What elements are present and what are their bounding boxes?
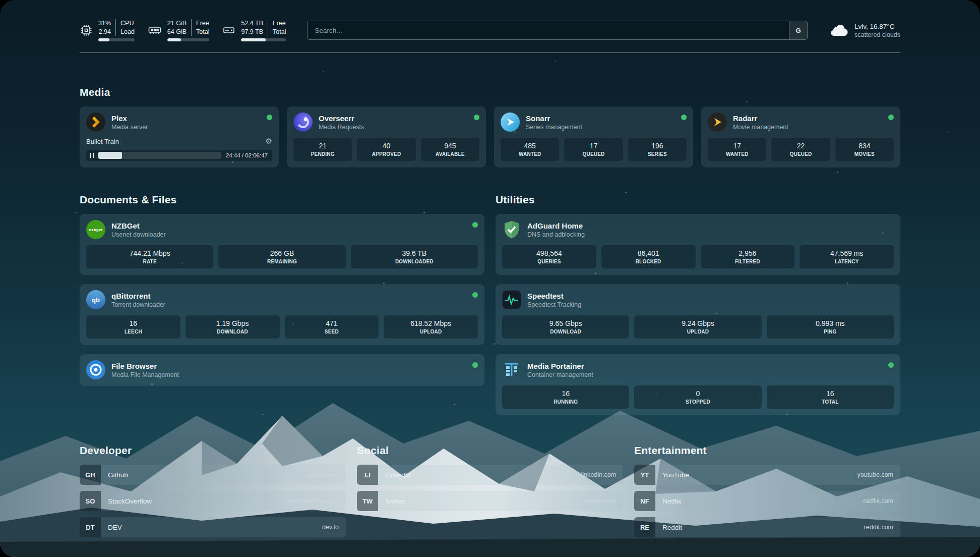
load-label: Load: [120, 28, 135, 36]
plex-card[interactable]: Plex Media server Bullet Train ⚙ 24:44 /…: [80, 106, 279, 168]
plex-subtitle: Media server: [111, 124, 148, 131]
cpu-widget: 31% 2.94 CPU Load: [80, 19, 135, 41]
disk-progress-bar: [241, 38, 286, 41]
youtube-abbr: YT: [634, 465, 655, 485]
dev-abbr: DT: [80, 517, 101, 537]
portainer-card[interactable]: Media Portainer Container management 16 …: [496, 354, 900, 415]
radarr-subtitle: Movie management: [733, 124, 788, 131]
documents-files-title: Documents & Files: [80, 194, 484, 206]
overseerr-card[interactable]: Overseerr Media Requests 21 PENDING 40 A…: [287, 106, 486, 168]
filebrowser-status-dot: [472, 362, 478, 368]
sonarr-title: Sonarr: [526, 114, 582, 123]
cpu-load-value: 2.94: [99, 28, 111, 36]
bookmark-dev[interactable]: DT DEV dev.to: [80, 517, 346, 537]
bookmark-netflix[interactable]: NF Netflix netflix.com: [634, 491, 900, 511]
search-bar: G: [307, 21, 808, 40]
stat-download: 9.65 Gbps DOWNLOAD: [502, 315, 629, 339]
gear-icon[interactable]: ⚙: [266, 137, 272, 146]
speedtest-subtitle: Speedtest Tracking: [527, 301, 581, 308]
memory-total-value: 64 GiB: [167, 28, 187, 36]
nzbget-status-dot: [472, 222, 478, 228]
stat-rate: 744.21 Mbps RATE: [86, 245, 213, 268]
weather-location: Lviv, 16.87°C: [854, 23, 900, 30]
section-media: Media Plex Media serve: [80, 86, 900, 168]
portainer-icon: [502, 360, 521, 379]
speedtest-card[interactable]: Speedtest Speedtest Tracking 9.65 Gbps D…: [496, 284, 900, 345]
filebrowser-card[interactable]: File Browser Media File Management: [80, 354, 484, 386]
developer-title: Developer: [80, 444, 346, 457]
stat-pending: 21 PENDING: [293, 138, 352, 161]
sonarr-card[interactable]: Sonarr Series management 485 WANTED 17 Q…: [494, 106, 693, 168]
disk-widget: 52.4 TB 97.9 TB Free Total: [222, 19, 286, 41]
stat-wanted: 17 WANTED: [708, 138, 766, 161]
stat-upload: 9.24 Gbps UPLOAD: [634, 315, 761, 339]
search-input[interactable]: [308, 21, 789, 39]
snow-particles: [0, 0, 2, 2]
section-developer: Developer GH Github github.com SO StackO…: [80, 444, 346, 537]
filebrowser-icon: [86, 360, 105, 379]
stat-running: 16 RUNNING: [502, 385, 629, 409]
weather-condition: scattered clouds: [854, 31, 900, 38]
speedtest-icon: [502, 290, 521, 309]
sonarr-icon: [501, 113, 520, 132]
cpu-usage-value: 31%: [98, 19, 111, 27]
plex-title: Plex: [111, 114, 148, 123]
bookmark-twitter[interactable]: TW Twitter twitter.com: [357, 491, 623, 511]
stat-wanted: 485 WANTED: [501, 138, 559, 161]
stat-filtered: 2,956 FILTERED: [701, 245, 795, 268]
utilities-title: Utilities: [496, 194, 900, 206]
bookmark-youtube[interactable]: YT YouTube youtube.com: [634, 465, 900, 485]
stat-upload: 618.52 Mbps UPLOAD: [384, 315, 478, 339]
memory-total-label: Total: [196, 28, 209, 36]
stat-queued: 22 QUEUED: [771, 138, 830, 161]
search-provider-button[interactable]: G: [789, 21, 807, 39]
plex-progress-track[interactable]: [98, 152, 221, 159]
plex-player-bar: 24:44 / 02:06:47: [86, 150, 272, 161]
bookmark-linkedin[interactable]: LI LinkedIn linkedin.com: [357, 465, 623, 485]
stat-downloaded: 39.6 TB DOWNLOADED: [351, 245, 478, 268]
qbittorrent-icon: qb: [86, 290, 105, 309]
speedtest-title: Speedtest: [527, 292, 581, 300]
dashboard-window: 31% 2.94 CPU Load: [0, 0, 980, 557]
stat-download: 1.19 Gbps DOWNLOAD: [186, 315, 280, 339]
memory-icon: [148, 24, 162, 37]
qbittorrent-title: qBittorrent: [111, 292, 165, 300]
nzbget-subtitle: Usenet downloader: [111, 231, 166, 238]
cpu-progress-bar: [98, 38, 135, 41]
cpu-label: CPU: [120, 19, 134, 27]
filebrowser-title: File Browser: [111, 362, 179, 370]
memory-progress-bar: [167, 38, 210, 41]
stat-latency: 47.569 ms LATENCY: [800, 245, 894, 268]
nzbget-card[interactable]: nzbget NZBGet Usenet downloader 744.21 M…: [80, 214, 484, 275]
nzbget-title: NZBGet: [111, 221, 166, 230]
radarr-card[interactable]: Radarr Movie management 17 WANTED 22 QUE…: [701, 106, 900, 168]
qbittorrent-card[interactable]: qb qBittorrent Torrent downloader 16: [80, 284, 484, 345]
bookmark-reddit[interactable]: RE Reddit reddit.com: [634, 517, 900, 537]
github-abbr: GH: [80, 465, 101, 485]
nzbget-icon: nzbget: [86, 220, 105, 239]
plex-playback-time: 24:44 / 02:06:47: [226, 152, 268, 158]
stat-ping: 0.993 ms PING: [767, 315, 894, 339]
bookmark-github[interactable]: GH Github github.com: [80, 465, 346, 485]
portainer-title: Media Portainer: [527, 362, 593, 370]
adguard-title: AdGuard Home: [527, 221, 585, 230]
linkedin-abbr: LI: [357, 465, 378, 485]
adguard-card[interactable]: AdGuard Home DNS and adblocking 498,564 …: [496, 214, 900, 275]
disk-free-label: Free: [273, 19, 286, 27]
social-title: Social: [357, 444, 623, 457]
reddit-abbr: RE: [634, 517, 655, 537]
stat-seed: 471 SEED: [285, 315, 379, 339]
stat-movies: 834 MOVIES: [835, 138, 894, 161]
bookmark-stackoverflow[interactable]: SO StackOverflow stackoverflow.com: [80, 491, 346, 511]
overseerr-subtitle: Media Requests: [319, 124, 364, 131]
plex-now-playing-title: Bullet Train: [86, 138, 119, 145]
stat-blocked: 86,401 BLOCKED: [601, 245, 696, 268]
pause-icon[interactable]: [90, 153, 94, 158]
stat-approved: 40 APPROVED: [357, 138, 415, 161]
qbittorrent-status-dot: [472, 292, 478, 298]
entertainment-title: Entertainment: [634, 444, 900, 457]
stat-total: 16 TOTAL: [767, 385, 894, 409]
section-utilities: Utilities AdGu: [496, 194, 900, 415]
media-section-title: Media: [80, 86, 900, 98]
stat-leech: 16 LEECH: [86, 315, 180, 339]
